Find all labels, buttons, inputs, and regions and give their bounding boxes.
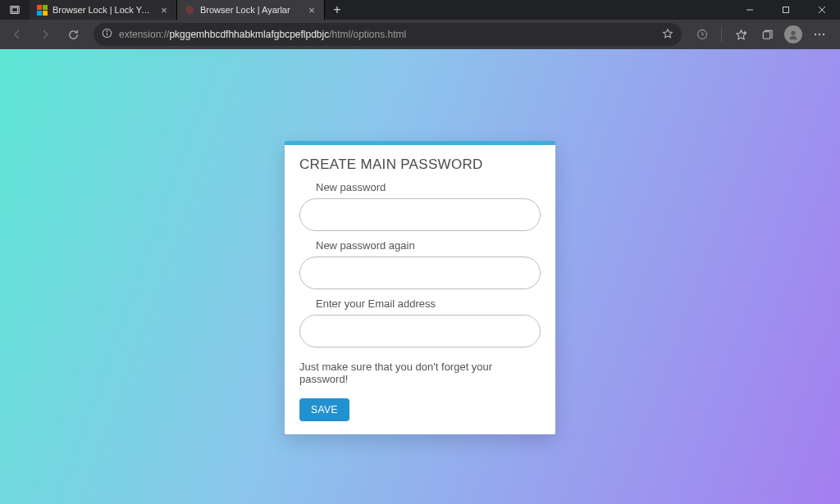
label-email: Enter your Email address — [316, 297, 541, 310]
favorites-star-icon[interactable] — [662, 28, 673, 42]
card-heading: CREATE MAIN PASSWORD — [299, 157, 541, 173]
titlebar-spacer — [349, 0, 732, 20]
window-controls — [732, 0, 840, 20]
window-minimize-button[interactable] — [732, 0, 768, 20]
tab-close-icon[interactable]: × — [158, 4, 170, 16]
svg-rect-1 — [12, 7, 18, 11]
address-bar[interactable]: extension://pkggemhbcdfhhabkmlafgbcpeflp… — [94, 23, 682, 46]
browser-tab-0[interactable]: Browser Lock | Lock Your Browse × — [30, 0, 177, 20]
email-input[interactable] — [299, 315, 541, 347]
browser-tab-1[interactable]: Browser Lock | Ayarlar × — [177, 0, 325, 20]
window-maximize-button[interactable] — [768, 0, 804, 20]
favorites-button[interactable] — [728, 22, 753, 47]
nav-forward-button[interactable] — [33, 22, 57, 47]
nav-refresh-button[interactable] — [61, 22, 85, 47]
tab-title: Browser Lock | Ayarlar — [200, 5, 301, 15]
svg-point-15 — [815, 34, 816, 35]
svg-rect-13 — [763, 31, 769, 38]
window-close-button[interactable] — [804, 0, 840, 20]
nav-back-button[interactable] — [5, 22, 30, 47]
tab-close-icon[interactable]: × — [306, 4, 317, 16]
page-viewport: CREATE MAIN PASSWORD New password New pa… — [0, 49, 840, 504]
new-password-again-input[interactable] — [299, 257, 541, 289]
more-menu-button[interactable] — [807, 22, 832, 47]
avatar-icon — [784, 25, 802, 43]
url-text: extension://pkggemhbcdfhhabkmlafgbcpeflp… — [119, 29, 655, 40]
favicon-microsoft — [36, 4, 48, 16]
svg-point-16 — [819, 34, 820, 35]
label-new-password-again: New password again — [316, 239, 541, 252]
svg-point-2 — [185, 6, 194, 15]
label-new-password: New password — [316, 181, 541, 193]
svg-rect-4 — [783, 7, 789, 13]
new-password-input[interactable] — [299, 198, 541, 231]
svg-point-9 — [107, 30, 107, 31]
tab-title: Browser Lock | Lock Your Browse — [52, 5, 153, 15]
extension-icon[interactable] — [690, 22, 714, 47]
svg-point-14 — [791, 31, 795, 35]
collections-button[interactable] — [755, 22, 779, 47]
create-password-card: CREATE MAIN PASSWORD New password New pa… — [285, 141, 555, 434]
profile-avatar[interactable] — [781, 22, 806, 47]
save-button[interactable]: SAVE — [299, 398, 349, 421]
site-info-icon[interactable] — [102, 28, 112, 41]
new-tab-button[interactable]: + — [325, 0, 349, 20]
password-hint-text: Just make sure that you don't forget you… — [299, 361, 541, 385]
tab-overview-button[interactable] — [0, 0, 30, 20]
toolbar-right-icons — [690, 22, 835, 47]
browser-toolbar: extension://pkggemhbcdfhhabkmlafgbcpeflp… — [0, 20, 840, 49]
browser-titlebar: Browser Lock | Lock Your Browse × Browse… — [0, 0, 840, 20]
favicon-extension — [184, 4, 195, 16]
toolbar-divider — [721, 27, 722, 42]
svg-point-17 — [823, 34, 824, 35]
